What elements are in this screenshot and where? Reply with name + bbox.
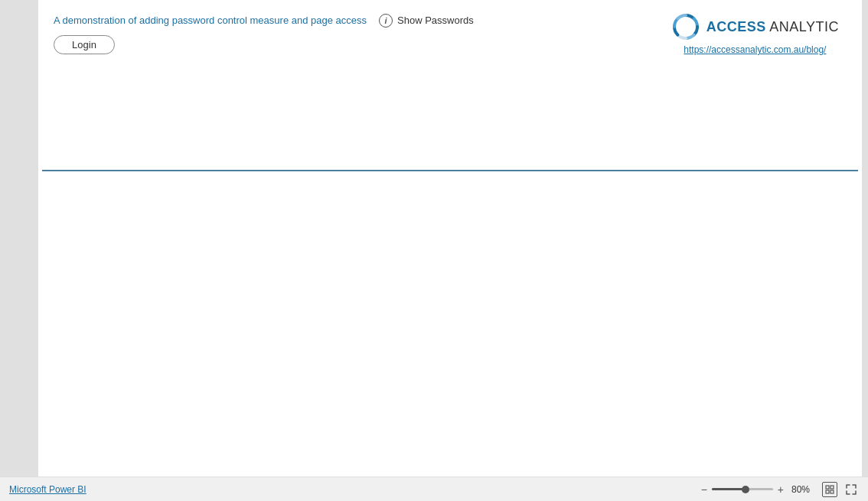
zoom-out-button[interactable]: − [700, 484, 709, 495]
header-right: ACCESS ANALYTIC https://accessanalytic.c… [671, 12, 839, 55]
brand-name: ACCESS ANALYTIC [706, 19, 839, 35]
header-left: A demonstration of adding password contr… [54, 14, 474, 54]
left-sidebar [0, 0, 38, 477]
login-button[interactable]: Login [54, 35, 115, 54]
right-sidebar [862, 0, 868, 477]
top-row: A demonstration of adding password contr… [54, 14, 474, 28]
show-passwords-label: Show Passwords [397, 15, 474, 26]
svg-rect-2 [826, 490, 829, 493]
svg-rect-0 [826, 486, 829, 489]
status-bar: Microsoft Power BI − + 80% [0, 477, 868, 501]
fullscreen-icon [846, 484, 857, 495]
zoom-in-button[interactable]: + [776, 484, 785, 495]
zoom-slider-thumb [742, 486, 749, 493]
info-icon[interactable]: i [379, 14, 393, 28]
svg-rect-1 [830, 486, 834, 489]
demo-text: A demonstration of adding password contr… [54, 15, 367, 26]
fullscreen-button[interactable] [844, 482, 859, 497]
logo-container: ACCESS ANALYTIC [671, 12, 839, 41]
statusbar-right: − + 80% [700, 482, 859, 497]
zoom-controls: − + [700, 484, 785, 495]
canvas-header: A demonstration of adding password contr… [38, 0, 862, 63]
zoom-slider[interactable] [712, 488, 773, 490]
show-passwords-group: i Show Passwords [379, 14, 474, 28]
fit-page-icon [825, 485, 834, 494]
access-analytic-spinner-logo [671, 12, 700, 41]
zoom-slider-fill [712, 488, 746, 490]
svg-rect-3 [830, 490, 834, 493]
powerbi-link[interactable]: Microsoft Power BI [9, 484, 86, 495]
canvas: A demonstration of adding password contr… [38, 0, 862, 477]
blog-link[interactable]: https://accessanalytic.com.au/blog/ [684, 44, 826, 55]
zoom-percent: 80% [791, 484, 816, 495]
canvas-body [38, 171, 862, 477]
fit-page-button[interactable] [822, 482, 837, 497]
